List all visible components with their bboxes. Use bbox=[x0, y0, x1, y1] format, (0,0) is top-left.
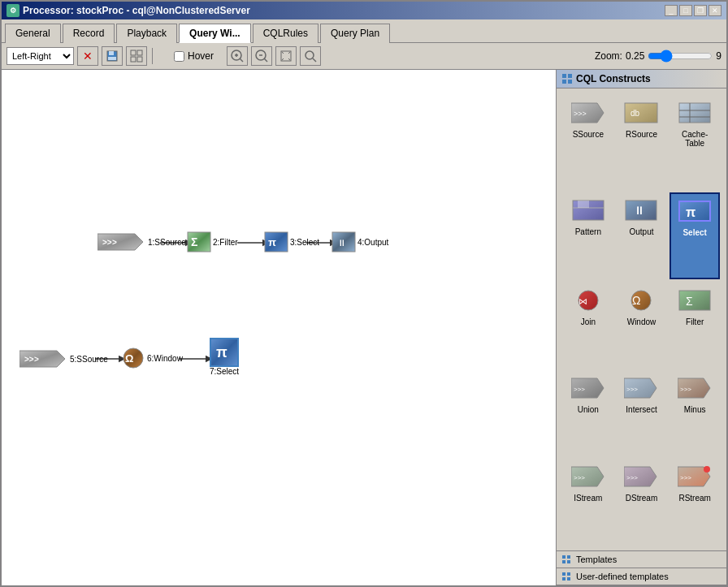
app-icon: ⚙ bbox=[6, 4, 20, 17]
node-4-output[interactable]: ⏸ 4:Output bbox=[332, 231, 388, 252]
join-label: Join bbox=[581, 317, 596, 326]
node-3-select[interactable]: π 3:Select bbox=[264, 231, 319, 252]
svg-text:Σ: Σ bbox=[686, 295, 693, 308]
node-5-ssource[interactable]: >> > 5:SSource bbox=[20, 347, 108, 370]
zoom-max: 9 bbox=[716, 50, 722, 62]
construct-window[interactable]: Ω Window bbox=[617, 283, 667, 368]
bottom-panels: Templates User-defined templates bbox=[557, 550, 726, 585]
svg-rect-82 bbox=[562, 560, 566, 563]
svg-text:Ω: Ω bbox=[632, 294, 640, 307]
node-2-filter[interactable]: Σ 2:Filter bbox=[187, 231, 238, 252]
hover-checkbox-area: Hover bbox=[174, 50, 214, 62]
construct-dstream[interactable]: >>> DStream bbox=[617, 459, 667, 544]
user-templates-icon bbox=[561, 572, 571, 581]
user-templates-panel[interactable]: User-defined templates bbox=[557, 568, 726, 585]
main-content: >> > 1:SSource Σ bbox=[2, 70, 726, 585]
tab-cqlrules[interactable]: CQLRules bbox=[253, 24, 318, 43]
minimize-button[interactable]: _ bbox=[665, 5, 678, 16]
layout-select[interactable]: Left-Right Top-Bottom Radial bbox=[7, 48, 73, 64]
tab-query-wi[interactable]: Query Wi... bbox=[179, 24, 251, 43]
node-7-select[interactable]: π 7:Select bbox=[210, 338, 239, 376]
minus-icon: >>> bbox=[678, 373, 712, 403]
zoom-in-button[interactable] bbox=[227, 46, 248, 66]
window-icon: Ω bbox=[624, 286, 658, 315]
delete-button[interactable]: ✕ bbox=[77, 46, 98, 66]
svg-text:db: db bbox=[630, 109, 640, 118]
svg-text:⏸: ⏸ bbox=[634, 204, 645, 217]
grid-button[interactable] bbox=[126, 46, 147, 66]
construct-union[interactable]: >>> Union bbox=[563, 370, 613, 455]
construct-rsource[interactable]: db RSource bbox=[617, 95, 667, 189]
templates-panel[interactable]: Templates bbox=[557, 551, 726, 568]
svg-text:Ω: Ω bbox=[125, 352, 133, 365]
svg-text:⏸: ⏸ bbox=[337, 238, 346, 248]
node-4-label: 4:Output bbox=[358, 238, 388, 247]
pattern-icon bbox=[571, 196, 605, 225]
node-3-label: 3:Select bbox=[290, 238, 319, 247]
construct-select[interactable]: π Select bbox=[670, 192, 720, 279]
node-7-label: 7:Select bbox=[210, 367, 239, 376]
svg-rect-56 bbox=[578, 201, 589, 208]
rsource-label: RSource bbox=[626, 130, 657, 139]
tab-record[interactable]: Record bbox=[63, 24, 115, 43]
restore-button[interactable]: ❐ bbox=[694, 5, 707, 16]
layout-dropdown[interactable]: Left-Right Top-Bottom Radial bbox=[6, 47, 74, 65]
construct-output[interactable]: ⏸ Output bbox=[617, 192, 667, 279]
union-icon: >>> bbox=[571, 373, 605, 403]
svg-rect-6 bbox=[137, 57, 142, 62]
svg-rect-86 bbox=[562, 577, 566, 581]
hover-checkbox[interactable] bbox=[174, 51, 184, 62]
construct-join[interactable]: ⋈ Join bbox=[563, 283, 613, 368]
tab-playback[interactable]: Playback bbox=[116, 24, 177, 43]
svg-rect-5 bbox=[131, 57, 136, 62]
title-controls: _ □ ❐ ✕ bbox=[665, 5, 722, 16]
union-label: Union bbox=[578, 405, 599, 414]
hover-label: Hover bbox=[188, 50, 214, 62]
svg-line-17 bbox=[282, 58, 284, 60]
maximize-button[interactable]: □ bbox=[679, 5, 692, 16]
zoom-slider[interactable] bbox=[648, 50, 713, 63]
svg-line-10 bbox=[240, 58, 243, 62]
svg-text:>>: >> bbox=[102, 238, 112, 247]
svg-text:π: π bbox=[686, 205, 696, 219]
constructs-icon bbox=[561, 73, 573, 84]
user-templates-label: User-defined templates bbox=[576, 572, 669, 581]
svg-rect-43 bbox=[568, 74, 572, 78]
svg-rect-83 bbox=[567, 560, 570, 563]
tab-general[interactable]: General bbox=[5, 24, 61, 43]
node-6-window[interactable]: Ω 6:Window bbox=[121, 347, 183, 369]
construct-filter[interactable]: Σ Filter bbox=[670, 283, 720, 368]
svg-text:>>>: >>> bbox=[574, 474, 585, 481]
construct-istream[interactable]: >>> IStream bbox=[563, 459, 613, 544]
zoom-out-button[interactable] bbox=[251, 46, 272, 66]
node-1-ssource[interactable]: >> > 1:SSource bbox=[98, 231, 186, 253]
svg-line-15 bbox=[282, 52, 284, 54]
svg-point-19 bbox=[306, 51, 314, 59]
svg-rect-44 bbox=[562, 80, 566, 84]
dstream-icon: >>> bbox=[624, 462, 658, 491]
close-button[interactable]: ✕ bbox=[708, 5, 722, 16]
construct-minus[interactable]: >>> Minus bbox=[670, 370, 720, 455]
svg-line-18 bbox=[288, 58, 290, 60]
construct-ssource[interactable]: >>> SSource bbox=[563, 95, 613, 189]
zoom-area: Zoom: 0.25 9 bbox=[595, 50, 722, 63]
construct-rstream[interactable]: >>> RStream bbox=[670, 459, 720, 544]
construct-pattern[interactable]: Pattern bbox=[563, 192, 613, 279]
canvas[interactable]: >> > 1:SSource Σ bbox=[2, 70, 556, 585]
construct-cache-table[interactable]: Cache-Table bbox=[670, 95, 720, 189]
save-button[interactable] bbox=[102, 46, 123, 66]
svg-rect-2 bbox=[108, 57, 116, 60]
search-button[interactable] bbox=[300, 46, 321, 66]
svg-text:>: > bbox=[112, 238, 117, 247]
rsource-icon: db bbox=[624, 98, 658, 127]
title-bar-left: ⚙ Processor: stockProc - cql@NonClustere… bbox=[6, 4, 250, 17]
node-5-label: 5:SSource bbox=[70, 355, 108, 364]
svg-rect-50 bbox=[679, 103, 710, 123]
tab-query-plan[interactable]: Query Plan bbox=[320, 24, 390, 43]
construct-intersect[interactable]: >>> Intersect bbox=[617, 370, 667, 455]
svg-rect-42 bbox=[562, 74, 566, 78]
fit-button[interactable] bbox=[275, 46, 297, 66]
output-icon: ⏸ bbox=[624, 196, 658, 225]
select-label: Select bbox=[682, 228, 706, 237]
svg-rect-80 bbox=[562, 555, 566, 559]
